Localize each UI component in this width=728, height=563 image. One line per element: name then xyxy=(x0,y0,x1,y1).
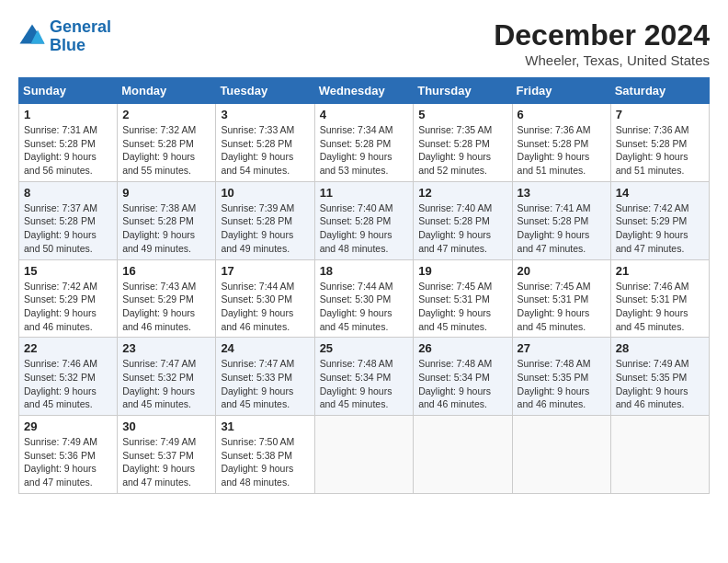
day-number: 21 xyxy=(616,264,704,278)
day-number: 31 xyxy=(221,419,309,433)
day-number: 29 xyxy=(24,419,112,433)
calendar-cell: 17Sunrise: 7:44 AMSunset: 5:30 PMDayligh… xyxy=(216,259,314,338)
column-header-saturday: Saturday xyxy=(610,78,709,104)
column-header-friday: Friday xyxy=(512,78,610,104)
day-info: Sunrise: 7:38 AMSunset: 5:28 PMDaylight:… xyxy=(122,202,196,254)
day-info: Sunrise: 7:45 AMSunset: 5:31 PMDaylight:… xyxy=(518,281,591,332)
day-info: Sunrise: 7:48 AMSunset: 5:35 PMDaylight:… xyxy=(518,358,591,409)
day-number: 16 xyxy=(122,264,210,278)
day-number: 18 xyxy=(320,264,409,278)
day-info: Sunrise: 7:33 AMSunset: 5:28 PMDaylight:… xyxy=(221,124,294,176)
calendar-cell: 1Sunrise: 7:31 AMSunset: 5:28 PMDaylight… xyxy=(19,104,118,182)
day-number: 26 xyxy=(418,341,506,355)
calendar-cell: 26Sunrise: 7:48 AMSunset: 5:34 PMDayligh… xyxy=(414,338,512,416)
day-info: Sunrise: 7:49 AMSunset: 5:36 PMDaylight:… xyxy=(24,436,97,488)
calendar-cell: 11Sunrise: 7:40 AMSunset: 5:28 PMDayligh… xyxy=(314,181,414,259)
day-number: 19 xyxy=(418,264,506,278)
logo-text: General Blue xyxy=(50,18,111,55)
calendar-cell: 25Sunrise: 7:48 AMSunset: 5:34 PMDayligh… xyxy=(314,338,414,416)
day-info: Sunrise: 7:37 AMSunset: 5:28 PMDaylight:… xyxy=(24,202,97,254)
day-number: 30 xyxy=(122,419,210,433)
day-number: 28 xyxy=(616,341,704,355)
day-number: 6 xyxy=(518,108,606,121)
title-block: December 2024 Wheeler, Texas, United Sta… xyxy=(494,18,710,68)
day-number: 20 xyxy=(518,264,606,278)
column-header-thursday: Thursday xyxy=(414,78,512,104)
column-headers: SundayMondayTuesdayWednesdayThursdayFrid… xyxy=(19,78,710,104)
day-info: Sunrise: 7:34 AMSunset: 5:28 PMDaylight:… xyxy=(320,124,393,176)
day-info: Sunrise: 7:42 AMSunset: 5:29 PMDaylight:… xyxy=(616,202,689,254)
week-row: 8Sunrise: 7:37 AMSunset: 5:28 PMDaylight… xyxy=(19,181,710,259)
day-number: 1 xyxy=(24,108,112,121)
day-info: Sunrise: 7:36 AMSunset: 5:28 PMDaylight:… xyxy=(518,124,591,176)
calendar-cell: 10Sunrise: 7:39 AMSunset: 5:28 PMDayligh… xyxy=(216,181,314,259)
column-header-monday: Monday xyxy=(118,78,216,104)
day-info: Sunrise: 7:36 AMSunset: 5:28 PMDaylight:… xyxy=(616,124,689,176)
calendar-cell: 31Sunrise: 7:50 AMSunset: 5:38 PMDayligh… xyxy=(216,416,314,494)
day-info: Sunrise: 7:42 AMSunset: 5:29 PMDaylight:… xyxy=(24,281,97,332)
calendar-cell: 27Sunrise: 7:48 AMSunset: 5:35 PMDayligh… xyxy=(512,338,610,416)
day-info: Sunrise: 7:41 AMSunset: 5:28 PMDaylight:… xyxy=(518,202,591,254)
column-header-sunday: Sunday xyxy=(19,78,118,104)
week-row: 22Sunrise: 7:46 AMSunset: 5:32 PMDayligh… xyxy=(19,338,710,416)
day-number: 2 xyxy=(122,108,210,121)
calendar-cell: 18Sunrise: 7:44 AMSunset: 5:30 PMDayligh… xyxy=(314,259,414,338)
day-info: Sunrise: 7:46 AMSunset: 5:31 PMDaylight:… xyxy=(616,281,689,332)
day-number: 22 xyxy=(24,341,112,355)
column-header-wednesday: Wednesday xyxy=(314,78,414,104)
calendar-cell: 30Sunrise: 7:49 AMSunset: 5:37 PMDayligh… xyxy=(118,416,216,494)
calendar-cell xyxy=(512,416,610,494)
week-row: 1Sunrise: 7:31 AMSunset: 5:28 PMDaylight… xyxy=(19,104,710,182)
calendar-cell: 9Sunrise: 7:38 AMSunset: 5:28 PMDaylight… xyxy=(118,181,216,259)
logo: General Blue xyxy=(18,18,111,55)
calendar-cell: 20Sunrise: 7:45 AMSunset: 5:31 PMDayligh… xyxy=(512,259,610,338)
day-info: Sunrise: 7:49 AMSunset: 5:35 PMDaylight:… xyxy=(616,358,689,409)
calendar-cell: 16Sunrise: 7:43 AMSunset: 5:29 PMDayligh… xyxy=(118,259,216,338)
calendar-cell: 22Sunrise: 7:46 AMSunset: 5:32 PMDayligh… xyxy=(19,338,118,416)
calendar-cell: 2Sunrise: 7:32 AMSunset: 5:28 PMDaylight… xyxy=(118,104,216,182)
day-number: 14 xyxy=(616,186,704,200)
logo-icon xyxy=(18,23,46,51)
day-info: Sunrise: 7:47 AMSunset: 5:33 PMDaylight:… xyxy=(221,358,294,409)
day-info: Sunrise: 7:44 AMSunset: 5:30 PMDaylight:… xyxy=(320,281,393,332)
day-info: Sunrise: 7:48 AMSunset: 5:34 PMDaylight:… xyxy=(320,358,393,409)
calendar-table: SundayMondayTuesdayWednesdayThursdayFrid… xyxy=(18,77,710,494)
day-info: Sunrise: 7:48 AMSunset: 5:34 PMDaylight:… xyxy=(418,358,492,409)
day-info: Sunrise: 7:43 AMSunset: 5:29 PMDaylight:… xyxy=(122,281,196,332)
day-info: Sunrise: 7:35 AMSunset: 5:28 PMDaylight:… xyxy=(418,124,492,176)
calendar-cell: 12Sunrise: 7:40 AMSunset: 5:28 PMDayligh… xyxy=(414,181,512,259)
day-info: Sunrise: 7:49 AMSunset: 5:37 PMDaylight:… xyxy=(122,436,196,488)
day-info: Sunrise: 7:46 AMSunset: 5:32 PMDaylight:… xyxy=(24,358,97,409)
calendar-cell: 24Sunrise: 7:47 AMSunset: 5:33 PMDayligh… xyxy=(216,338,314,416)
calendar-cell: 5Sunrise: 7:35 AMSunset: 5:28 PMDaylight… xyxy=(414,104,512,182)
calendar-cell: 21Sunrise: 7:46 AMSunset: 5:31 PMDayligh… xyxy=(610,259,709,338)
day-number: 3 xyxy=(221,108,309,121)
calendar-title: December 2024 xyxy=(494,18,710,52)
calendar-cell xyxy=(610,416,709,494)
calendar-cell: 19Sunrise: 7:45 AMSunset: 5:31 PMDayligh… xyxy=(414,259,512,338)
day-number: 10 xyxy=(221,186,309,200)
day-number: 23 xyxy=(122,341,210,355)
day-number: 5 xyxy=(418,108,506,121)
day-number: 11 xyxy=(320,186,409,200)
calendar-cell: 6Sunrise: 7:36 AMSunset: 5:28 PMDaylight… xyxy=(512,104,610,182)
logo-line2: Blue xyxy=(50,36,85,54)
day-info: Sunrise: 7:44 AMSunset: 5:30 PMDaylight:… xyxy=(221,281,294,332)
calendar-cell: 13Sunrise: 7:41 AMSunset: 5:28 PMDayligh… xyxy=(512,181,610,259)
page-header: General Blue December 2024 Wheeler, Texa… xyxy=(18,18,710,68)
day-number: 4 xyxy=(320,108,409,121)
week-row: 29Sunrise: 7:49 AMSunset: 5:36 PMDayligh… xyxy=(19,416,710,494)
week-row: 15Sunrise: 7:42 AMSunset: 5:29 PMDayligh… xyxy=(19,259,710,338)
calendar-cell: 4Sunrise: 7:34 AMSunset: 5:28 PMDaylight… xyxy=(314,104,414,182)
day-number: 13 xyxy=(518,186,606,200)
day-number: 8 xyxy=(24,186,112,200)
day-info: Sunrise: 7:45 AMSunset: 5:31 PMDaylight:… xyxy=(418,281,492,332)
calendar-cell: 3Sunrise: 7:33 AMSunset: 5:28 PMDaylight… xyxy=(216,104,314,182)
calendar-cell xyxy=(414,416,512,494)
column-header-tuesday: Tuesday xyxy=(216,78,314,104)
calendar-cell: 15Sunrise: 7:42 AMSunset: 5:29 PMDayligh… xyxy=(19,259,118,338)
day-number: 15 xyxy=(24,264,112,278)
day-info: Sunrise: 7:47 AMSunset: 5:32 PMDaylight:… xyxy=(122,358,196,409)
calendar-subtitle: Wheeler, Texas, United States xyxy=(494,52,710,68)
day-number: 9 xyxy=(122,186,210,200)
